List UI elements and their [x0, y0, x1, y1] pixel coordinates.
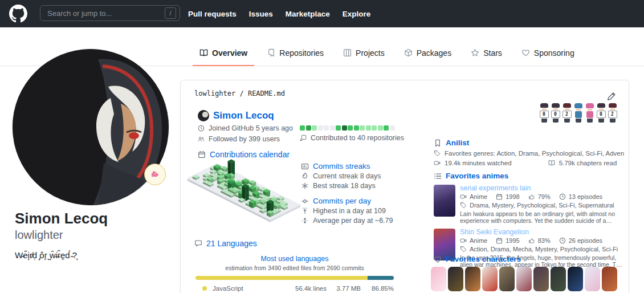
languages-count-link[interactable]: 21 Languages — [206, 239, 257, 248]
top-nav-links: Pull requests Issues Marketplace Explore — [188, 0, 370, 27]
tab-overview[interactable]: Overview — [193, 40, 254, 66]
anime-score: 83% — [538, 237, 551, 244]
thumbs-up-icon — [528, 237, 535, 244]
contributions-block: Contributed to 40 repositories — [300, 125, 437, 142]
character-avatar[interactable] — [533, 267, 549, 291]
pencil-icon[interactable] — [607, 92, 616, 101]
video-icon — [460, 237, 467, 244]
calendar-icon — [496, 237, 503, 244]
tab-repositories[interactable]: Repositories — [260, 40, 331, 66]
favorites-animes-block: Favorites animes serial experiments lain… — [434, 172, 627, 268]
minutes-watched-text: 19.4k minutes watched — [445, 160, 512, 166]
github-logo-icon[interactable] — [9, 5, 27, 23]
tab-packages[interactable]: Packages — [397, 40, 458, 66]
profile-bio: W̴e̋i̞r̸d̜ ̡o̐r̙ ̺w̑i̶r̋e̠d̛ ̴?̞ — [15, 250, 77, 261]
contribution-squares — [300, 125, 437, 131]
tab-label: Stars — [483, 48, 502, 58]
commit-icon — [301, 197, 309, 205]
character-avatar[interactable] — [448, 267, 463, 291]
book-open-icon — [548, 160, 555, 166]
clock-icon — [559, 193, 566, 200]
avatar-artwork — [13, 49, 169, 205]
character-avatar[interactable] — [602, 267, 617, 291]
language-size: 3.77 MB — [327, 285, 361, 292]
pixel-followers-counter: 00202 — [539, 103, 618, 123]
pixel-sprite: 2 — [607, 103, 618, 123]
best-streak-text: Best streak 18 days — [313, 182, 376, 190]
nav-pull-requests[interactable]: Pull requests — [188, 10, 237, 18]
anime-description: Lain Iwakura appears to be an ordinary g… — [460, 210, 623, 224]
profile-login: lowlighter — [15, 229, 63, 242]
character-avatar[interactable] — [465, 267, 480, 291]
tab-stars[interactable]: Stars — [464, 40, 509, 66]
character-avatar[interactable] — [499, 267, 515, 291]
search-box[interactable]: / — [40, 5, 180, 21]
package-icon — [404, 48, 413, 57]
anilist-block: Anilist Favorites genres: Action, Drama,… — [434, 139, 624, 166]
anime-year: 1998 — [506, 193, 519, 200]
tab-label: Repositories — [279, 48, 324, 58]
search-input[interactable] — [46, 9, 165, 18]
followers-text: Followed by 399 users — [209, 135, 280, 143]
language-dot — [202, 286, 207, 291]
character-avatar[interactable] — [585, 267, 600, 291]
heart-icon — [434, 255, 442, 263]
character-avatar[interactable] — [516, 267, 532, 291]
commits-streaks-link[interactable]: Commits streaks — [313, 162, 370, 170]
tab-projects[interactable]: Projects — [336, 40, 392, 66]
favorites-characters-link[interactable]: Favorites characters — [446, 255, 521, 263]
nav-issues[interactable]: Issues — [249, 10, 273, 18]
tab-label: Projects — [356, 48, 385, 58]
nav-marketplace[interactable]: Marketplace — [286, 10, 330, 18]
isometric-calendar — [188, 157, 307, 231]
language-name: JavaScript — [213, 285, 282, 292]
arrow-top-icon — [301, 207, 309, 215]
clock-icon — [559, 237, 566, 244]
nav-explore[interactable]: Explore — [343, 10, 371, 18]
character-avatar[interactable] — [431, 267, 446, 291]
favorites-animes-link[interactable]: Favorites animes — [446, 172, 508, 180]
readme-user-name[interactable]: Simon Lecoq — [213, 110, 274, 121]
github-profile-page: / Pull requests Issues Marketplace Explo… — [0, 0, 644, 293]
top-navbar: / Pull requests Issues Marketplace Explo… — [0, 0, 644, 27]
anime-tags: Action, Drama, Mecha, Mystery, Psycholog… — [470, 246, 618, 253]
bookmark-icon — [434, 139, 442, 147]
thumbs-up-icon — [528, 193, 535, 200]
tag-icon — [460, 202, 467, 209]
anime-title-link[interactable]: Shin Seiki Evangelion — [460, 229, 623, 236]
language-lines: 56.4k lines — [282, 285, 327, 292]
streaks-block: Commits streaks Current streak 8 days Be… — [301, 162, 438, 225]
anime-cover[interactable] — [434, 185, 455, 217]
bar-chart-icon — [301, 162, 309, 170]
pixel-sprite: 0 — [596, 103, 606, 123]
anilist-link[interactable]: Anilist — [446, 139, 469, 147]
character-avatar[interactable] — [551, 267, 566, 291]
comment-icon — [194, 239, 202, 247]
profile-avatar[interactable] — [13, 49, 169, 205]
language-percent: 86.85% — [361, 285, 394, 292]
character-avatar[interactable] — [482, 267, 498, 291]
arrow-average-icon — [301, 217, 309, 225]
mini-avatar — [198, 110, 209, 121]
anime-title-link[interactable]: serial experiments lain — [460, 185, 623, 192]
average-day-text: Average per day at ~6.79 — [313, 217, 393, 225]
anime-episodes: 26 episodes — [569, 237, 602, 244]
calendar-icon — [496, 193, 503, 200]
status-emoji-badge[interactable] — [144, 164, 166, 185]
joined-text: Joined GitHub 5 years ago — [209, 124, 293, 132]
contributed-text: Contributed to 40 repositories — [311, 134, 404, 142]
heart-icon — [521, 48, 530, 57]
clock-icon — [198, 125, 205, 132]
character-avatar[interactable] — [568, 267, 583, 291]
flame-icon — [301, 172, 309, 180]
star-icon — [471, 48, 479, 57]
anime-episodes: 13 episodes — [569, 193, 602, 200]
tab-label: Sponsoring — [534, 48, 574, 58]
profile-name: Simon Lecoq — [15, 210, 108, 227]
tab-sponsoring[interactable]: Sponsoring — [515, 40, 581, 66]
list-icon — [434, 172, 442, 180]
anime-tags: Drama, Mystery, Psychological, Sci-Fi, S… — [470, 202, 614, 209]
commits-per-day-link[interactable]: Commits per day — [313, 197, 371, 205]
readme-path[interactable]: lowlighter / README.md — [194, 89, 285, 97]
pixel-sprite — [584, 103, 595, 123]
